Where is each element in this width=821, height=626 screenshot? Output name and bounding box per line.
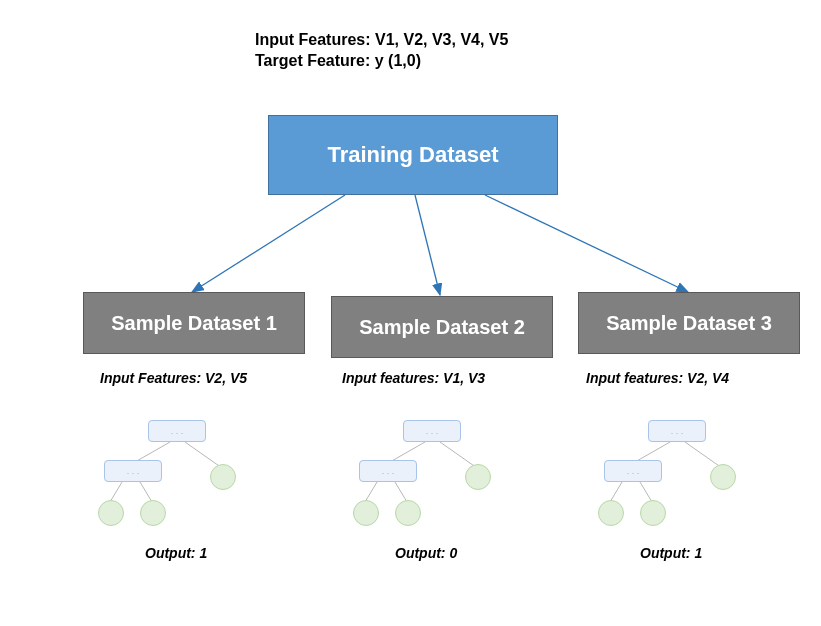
svg-line-11	[610, 482, 622, 502]
sample-dataset-1-box: Sample Dataset 1	[83, 292, 305, 354]
training-dataset-label: Training Dataset	[327, 142, 498, 168]
svg-line-4	[140, 482, 152, 502]
tree1-root-node: . . .	[148, 420, 206, 442]
svg-line-9	[635, 442, 670, 462]
tree1-leaf-right	[210, 464, 236, 490]
sample2-features: Input features: V1, V3	[342, 370, 485, 386]
header-target-feature: Target Feature: y (1,0)	[255, 51, 508, 72]
sample3-features: Input features: V2, V4	[586, 370, 729, 386]
svg-line-3	[110, 482, 122, 502]
tree2-leaf-left1	[353, 500, 379, 526]
sample-dataset-3-box: Sample Dataset 3	[578, 292, 800, 354]
header-text: Input Features: V1, V2, V3, V4, V5 Targe…	[255, 30, 508, 72]
sample-dataset-2-box: Sample Dataset 2	[331, 296, 553, 358]
sample1-output: Output: 1	[145, 545, 207, 561]
training-dataset-box: Training Dataset	[268, 115, 558, 195]
svg-line-5	[390, 442, 425, 462]
svg-line-8	[395, 482, 407, 502]
sample2-output: Output: 0	[395, 545, 457, 561]
arrow-to-sample2	[415, 195, 440, 295]
tree3-leaf-left2	[640, 500, 666, 526]
sample3-output: Output: 1	[640, 545, 702, 561]
sample1-features: Input Features: V2, V5	[100, 370, 247, 386]
arrow-to-sample1	[192, 195, 345, 292]
svg-line-1	[135, 442, 170, 462]
tree3-internal-node: . . .	[604, 460, 662, 482]
decision-tree-2: . . . . . .	[345, 420, 525, 530]
svg-line-12	[640, 482, 652, 502]
decision-tree-3: . . . . . .	[590, 420, 770, 530]
svg-line-7	[365, 482, 377, 502]
tree2-root-node: . . .	[403, 420, 461, 442]
svg-line-2	[185, 442, 222, 468]
tree2-leaf-left2	[395, 500, 421, 526]
sample-dataset-3-label: Sample Dataset 3	[606, 312, 772, 335]
tree1-leaf-left1	[98, 500, 124, 526]
tree3-leaf-right	[710, 464, 736, 490]
tree3-root-node: . . .	[648, 420, 706, 442]
sample-dataset-2-label: Sample Dataset 2	[359, 316, 525, 339]
tree1-internal-node: . . .	[104, 460, 162, 482]
tree2-internal-node: . . .	[359, 460, 417, 482]
decision-tree-1: . . . . . .	[90, 420, 270, 530]
arrow-to-sample3	[485, 195, 688, 292]
tree1-leaf-left2	[140, 500, 166, 526]
svg-line-10	[685, 442, 722, 468]
tree3-leaf-left1	[598, 500, 624, 526]
sample-dataset-1-label: Sample Dataset 1	[111, 312, 277, 335]
header-input-features: Input Features: V1, V2, V3, V4, V5	[255, 30, 508, 51]
tree2-leaf-right	[465, 464, 491, 490]
svg-line-6	[440, 442, 477, 468]
